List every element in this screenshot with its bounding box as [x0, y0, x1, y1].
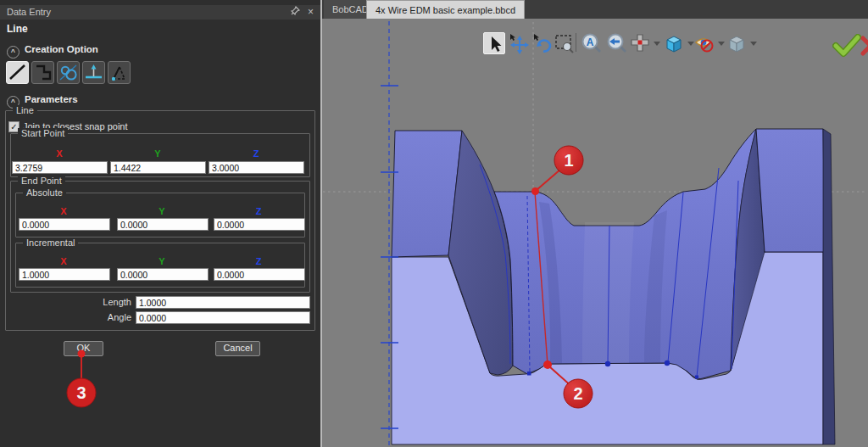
- axis-y-label: Y: [149, 256, 175, 266]
- data-entry-panel: Data Entry × Line ^Creation Option ^Para…: [0, 0, 320, 447]
- axis-x-label: X: [51, 206, 76, 216]
- hide-entities-icon[interactable]: [693, 32, 715, 54]
- tool-polyline[interactable]: [31, 61, 54, 84]
- start-x-input[interactable]: [12, 161, 108, 174]
- axis-y-label: Y: [145, 148, 170, 159]
- tool-perpendicular-line[interactable]: [82, 61, 105, 84]
- absolute-x-input[interactable]: [19, 218, 110, 231]
- zoom-previous-icon[interactable]: [604, 32, 626, 54]
- length-input[interactable]: [136, 296, 310, 309]
- angle-input[interactable]: [136, 311, 310, 324]
- pan-view-icon[interactable]: [508, 32, 530, 54]
- collapse-chevron-icon[interactable]: ^: [7, 46, 19, 59]
- zoom-fit-icon[interactable]: A: [580, 32, 602, 54]
- accept-check-icon[interactable]: [832, 34, 861, 61]
- section-creation-option[interactable]: ^Creation Option: [7, 44, 98, 59]
- select-cursor-icon[interactable]: [483, 32, 505, 54]
- start-z-input[interactable]: [209, 161, 304, 174]
- absolute-y-input[interactable]: [117, 218, 209, 231]
- pin-icon[interactable]: [289, 6, 302, 19]
- view-cube-icon[interactable]: [663, 32, 685, 54]
- toolbar-separator: [576, 33, 576, 52]
- tab-active-document[interactable]: 4x Wire EDM basic example.bbcd: [366, 0, 525, 19]
- cancel-button[interactable]: Cancel: [215, 341, 260, 356]
- length-label: Length: [51, 297, 131, 307]
- callout-3: 3: [59, 344, 110, 413]
- chevron-down-icon[interactable]: [750, 42, 757, 46]
- angle-label: Angle: [51, 312, 131, 322]
- incremental-z-input[interactable]: [214, 268, 305, 281]
- viewport[interactable]: 1 2: [322, 19, 868, 447]
- document-tabbar: BobCAD1 4x Wire EDM basic example.bbcd: [322, 0, 868, 19]
- chevron-down-icon[interactable]: [718, 42, 725, 46]
- axis-z-label: Z: [246, 256, 271, 266]
- rotate-view-icon[interactable]: [531, 32, 554, 54]
- chevron-down-icon[interactable]: [654, 42, 660, 46]
- page-title: Line: [7, 23, 28, 35]
- svg-text:A: A: [587, 36, 594, 48]
- right-shoulder-face: [756, 129, 825, 252]
- callout-1-number: 1: [564, 151, 573, 170]
- axis-x-label: X: [51, 256, 76, 266]
- panel-title: Data Entry: [7, 5, 51, 20]
- tool-angle-line[interactable]: [108, 61, 131, 84]
- zoom-window-icon[interactable]: [553, 32, 575, 54]
- close-icon[interactable]: ×: [304, 6, 317, 19]
- ghost-view-icon[interactable]: [726, 32, 748, 54]
- axis-y-label: Y: [149, 206, 175, 216]
- start-y-input[interactable]: [110, 161, 206, 174]
- axis-x-label: X: [47, 148, 72, 159]
- axis-z-label: Z: [243, 148, 269, 159]
- absolute-z-input[interactable]: [214, 218, 305, 231]
- tool-tangent-line[interactable]: [57, 61, 80, 84]
- panel-titlebar[interactable]: Data Entry ×: [0, 5, 320, 20]
- origin-target-icon[interactable]: [629, 32, 651, 54]
- incremental-x-input[interactable]: [19, 268, 110, 281]
- incremental-y-input[interactable]: [117, 268, 209, 281]
- viewport-canvas[interactable]: 1 2: [322, 19, 868, 447]
- tool-single-line[interactable]: [6, 61, 29, 84]
- axis-z-label: Z: [246, 206, 271, 216]
- callout-3-number: 3: [76, 383, 86, 402]
- cancel-x-icon[interactable]: [860, 34, 868, 56]
- application-window: Data Entry × Line ^Creation Option ^Para…: [0, 0, 868, 447]
- callout-2-number: 2: [573, 384, 582, 403]
